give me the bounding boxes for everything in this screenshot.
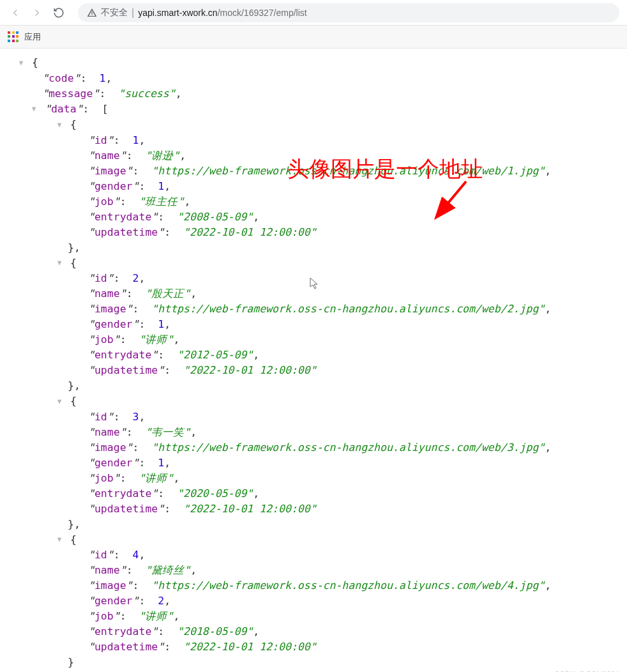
json-number: 4 [133, 549, 139, 561]
json-key: data [51, 103, 77, 115]
collapse-toggle[interactable]: ▼ [55, 256, 64, 271]
json-number: 2 [158, 595, 164, 607]
json-number: 1 [158, 457, 164, 469]
json-string: "2020-05-09" [177, 487, 253, 500]
json-key: name [94, 564, 120, 576]
json-string: "韦一笑" [145, 426, 190, 438]
reload-icon [53, 7, 64, 19]
json-key: gender [94, 457, 133, 469]
json-string: "黛绮丝" [145, 564, 190, 576]
arrow-left-icon [10, 7, 21, 19]
json-number: 1 [99, 72, 105, 84]
json-string: "讲师" [139, 472, 174, 484]
json-key: name [94, 149, 120, 162]
json-key: entrydate [94, 349, 151, 361]
json-string: "讲师" [139, 333, 174, 346]
json-key: job [94, 610, 114, 622]
json-key: entrydate [94, 211, 151, 223]
json-string: "https://web-framework.oss-cn-hangzhou.a… [151, 303, 545, 315]
json-key: name [94, 287, 120, 300]
json-key: message [49, 88, 93, 100]
arrow-right-icon [31, 7, 43, 19]
json-string: "success" [118, 88, 175, 100]
json-key: job [94, 333, 114, 346]
json-key: updatetime [94, 641, 158, 653]
json-key: gender [94, 595, 133, 607]
json-string: "殷天正" [145, 287, 190, 300]
json-string: "2022-10-01 12:00:00" [183, 226, 317, 238]
json-string: "2012-05-09" [177, 349, 253, 361]
json-key: updatetime [94, 503, 158, 515]
json-key: image [94, 303, 126, 315]
json-key: updatetime [94, 364, 158, 376]
json-string: "2022-10-01 12:00:00" [183, 503, 317, 515]
json-string: "班主任" [139, 195, 185, 208]
json-number: 1 [133, 134, 139, 146]
json-key: image [94, 441, 126, 454]
json-string: "https://web-framework.oss-cn-hangzhou.a… [151, 579, 545, 592]
bookmark-bar: 应用 [0, 26, 627, 49]
url-path: /mock/169327/emp/list [218, 8, 307, 18]
json-string: "2008-05-09" [177, 211, 253, 223]
forward-button[interactable] [29, 5, 45, 20]
reload-button[interactable] [51, 5, 66, 20]
json-string: "谢逊" [145, 149, 179, 162]
json-number: 1 [158, 318, 164, 330]
browser-nav-bar: 不安全 | yapi.smart-xwork.cn/mock/169327/em… [0, 0, 627, 26]
json-number: 2 [133, 272, 139, 284]
annotation-text: 头像图片是一个地址 [287, 161, 483, 176]
json-key: id [94, 549, 107, 561]
json-key: image [94, 579, 126, 592]
url-host: yapi.smart-xwork.cn [138, 8, 217, 18]
json-string: "https://web-framework.oss-cn-hangzhou.a… [151, 441, 545, 454]
json-key: job [94, 472, 114, 484]
collapse-toggle[interactable]: ▼ [55, 394, 64, 409]
json-key: entrydate [94, 487, 151, 500]
address-bar[interactable]: 不安全 | yapi.smart-xwork.cn/mock/169327/em… [78, 3, 619, 22]
json-number: 3 [133, 411, 139, 423]
json-key: entrydate [94, 625, 151, 638]
json-key: gender [94, 180, 133, 192]
json-key: id [94, 134, 107, 146]
json-key: id [94, 272, 107, 284]
apps-label[interactable]: 应用 [24, 31, 41, 43]
collapse-toggle[interactable]: ▼ [55, 532, 64, 547]
json-string: "2022-10-01 12:00:00" [183, 364, 317, 376]
json-key: code [49, 72, 74, 84]
json-key: name [94, 426, 120, 438]
collapse-toggle[interactable]: ▼ [55, 118, 64, 133]
json-key: job [94, 195, 114, 208]
collapse-toggle[interactable]: ▼ [29, 102, 38, 117]
apps-icon[interactable] [8, 31, 19, 43]
not-secure-label: 不安全 [101, 7, 128, 19]
collapse-toggle[interactable]: ▼ [17, 56, 26, 71]
json-key: id [94, 411, 107, 423]
json-string: "讲师" [139, 610, 174, 622]
json-number: 1 [158, 180, 164, 192]
json-key: gender [94, 318, 133, 330]
json-key: updatetime [94, 226, 158, 238]
not-secure-icon [87, 8, 97, 18]
back-button[interactable] [8, 5, 23, 20]
json-viewer: ▼ { "code": 1, "message": "success", ▼ "… [0, 49, 627, 672]
address-divider: | [132, 7, 134, 19]
json-string: "2022-10-01 12:00:00" [183, 641, 317, 653]
json-key: image [94, 165, 126, 177]
cursor-icon [310, 277, 320, 290]
json-string: "2018-05-09" [177, 625, 253, 638]
